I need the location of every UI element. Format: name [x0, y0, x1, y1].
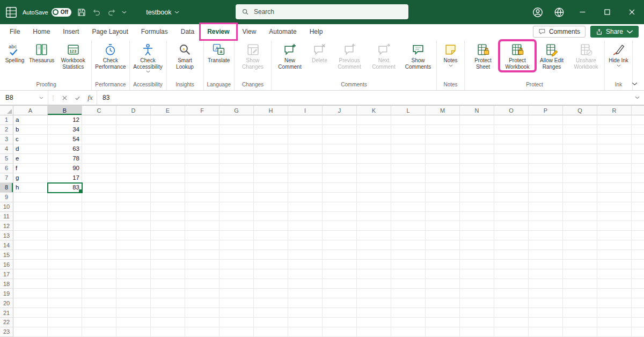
cell-A10[interactable] [13, 202, 48, 212]
cell-O7[interactable] [494, 173, 529, 183]
cell-K11[interactable] [357, 212, 391, 222]
cell-L16[interactable] [391, 260, 426, 269]
close-button[interactable] [619, 0, 644, 24]
cell-B19[interactable] [48, 289, 82, 298]
cell-R1[interactable] [597, 115, 632, 125]
cell-F20[interactable] [185, 298, 219, 308]
workbook-title[interactable]: testbook [146, 9, 179, 16]
cell-C4[interactable] [82, 144, 116, 154]
cell-R2[interactable] [597, 125, 632, 135]
cell-O10[interactable] [494, 202, 529, 212]
cell-I21[interactable] [288, 308, 323, 318]
cell-G22[interactable] [219, 318, 254, 327]
cell-A21[interactable] [13, 308, 48, 318]
cell-Q22[interactable] [563, 318, 597, 327]
cell-E23[interactable] [151, 327, 185, 337]
cell-F9[interactable] [185, 193, 219, 202]
cell-I6[interactable] [288, 164, 323, 173]
cell-Q12[interactable] [563, 221, 597, 231]
new-comment-button[interactable]: New Comment [273, 41, 307, 70]
smart-lookup-button[interactable]: Smart Lookup [168, 41, 202, 70]
cell-R16[interactable] [597, 260, 632, 269]
cell-N9[interactable] [460, 193, 494, 202]
cell-F11[interactable] [185, 212, 219, 222]
cell-H7[interactable] [254, 173, 288, 183]
row-header-10[interactable]: 10 [0, 202, 13, 212]
tab-review[interactable]: Review [201, 24, 236, 39]
maximize-button[interactable] [595, 0, 619, 24]
cell-N12[interactable] [460, 221, 494, 231]
cell-Q17[interactable] [563, 269, 597, 279]
cell-P21[interactable] [529, 308, 563, 318]
cell-G5[interactable] [219, 154, 254, 164]
cell-O8[interactable] [494, 183, 529, 193]
row-header-20[interactable]: 20 [0, 298, 13, 308]
cell-E20[interactable] [151, 298, 185, 308]
cell-H10[interactable] [254, 202, 288, 212]
cell-C16[interactable] [82, 260, 116, 269]
cell-A3[interactable]: c [13, 135, 48, 144]
cell-E11[interactable] [151, 212, 185, 222]
column-header-G[interactable]: G [219, 106, 254, 115]
cell-L2[interactable] [391, 125, 426, 135]
row-header-9[interactable]: 9 [0, 193, 13, 202]
cell-I9[interactable] [288, 193, 323, 202]
cell-L21[interactable] [391, 308, 426, 318]
cell-D22[interactable] [116, 318, 151, 327]
cell-Q13[interactable] [563, 231, 597, 240]
cell-G23[interactable] [219, 327, 254, 337]
cell-F10[interactable] [185, 202, 219, 212]
cell-H12[interactable] [254, 221, 288, 231]
cell-I10[interactable] [288, 202, 323, 212]
cell-C13[interactable] [82, 231, 116, 240]
cell-Q19[interactable] [563, 289, 597, 298]
cell-M6[interactable] [426, 164, 460, 173]
cell-R23[interactable] [597, 327, 632, 337]
tab-home[interactable]: Home [26, 24, 56, 39]
cell-E15[interactable] [151, 250, 185, 260]
cell-Q15[interactable] [563, 250, 597, 260]
cell-D3[interactable] [116, 135, 151, 144]
check-performance-button[interactable]: Check Performance [93, 41, 128, 70]
cancel-icon[interactable] [58, 91, 71, 105]
cell-P2[interactable] [529, 125, 563, 135]
cell-P3[interactable] [529, 135, 563, 144]
cell-L18[interactable] [391, 279, 426, 289]
cell-Q21[interactable] [563, 308, 597, 318]
cell-C23[interactable] [82, 327, 116, 337]
column-header-E[interactable]: E [151, 106, 185, 115]
cell-B13[interactable] [48, 231, 82, 240]
name-box[interactable]: B8 [0, 91, 48, 105]
cell-J11[interactable] [323, 212, 357, 222]
cell-R13[interactable] [597, 231, 632, 240]
cell-Q10[interactable] [563, 202, 597, 212]
cell-A9[interactable] [13, 193, 48, 202]
cell-Q16[interactable] [563, 260, 597, 269]
cell-K2[interactable] [357, 125, 391, 135]
cell-O2[interactable] [494, 125, 529, 135]
cell-C9[interactable] [82, 193, 116, 202]
cell-R11[interactable] [597, 212, 632, 222]
cell-C12[interactable] [82, 221, 116, 231]
cell-Q20[interactable] [563, 298, 597, 308]
cell-H20[interactable] [254, 298, 288, 308]
cell-M5[interactable] [426, 154, 460, 164]
row-header-18[interactable]: 18 [0, 279, 13, 289]
cell-H22[interactable] [254, 318, 288, 327]
cell-H23[interactable] [254, 327, 288, 337]
cell-H11[interactable] [254, 212, 288, 222]
cell-B8[interactable]: 83 [48, 183, 82, 193]
cell-M4[interactable] [426, 144, 460, 154]
cell-R17[interactable] [597, 269, 632, 279]
cell-D19[interactable] [116, 289, 151, 298]
cell-L12[interactable] [391, 221, 426, 231]
cell-C22[interactable] [82, 318, 116, 327]
cell-K19[interactable] [357, 289, 391, 298]
cell-F12[interactable] [185, 221, 219, 231]
cell-H18[interactable] [254, 279, 288, 289]
row-header-12[interactable]: 12 [0, 221, 13, 231]
tab-page-layout[interactable]: Page Layout [85, 24, 134, 39]
cell-I1[interactable] [288, 115, 323, 125]
cell-R14[interactable] [597, 240, 632, 250]
cell-D12[interactable] [116, 221, 151, 231]
